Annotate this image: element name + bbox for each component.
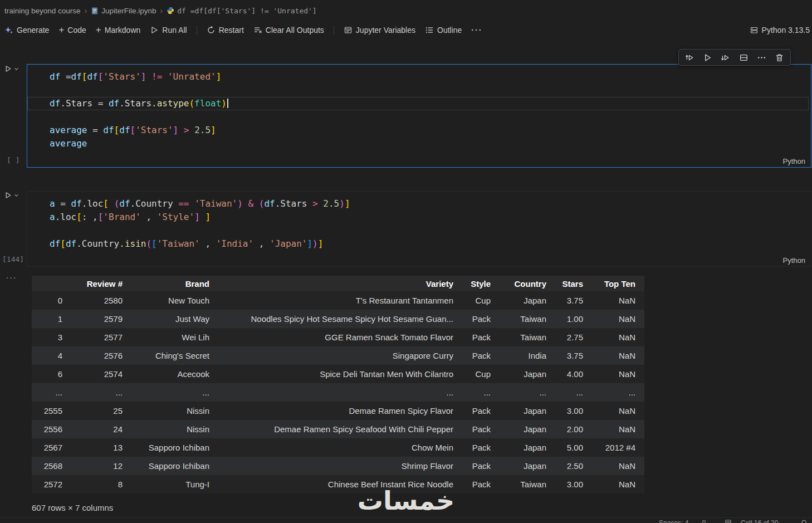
table-cell: 2567 xyxy=(32,438,68,457)
table-cell: Chow Mein xyxy=(215,438,459,457)
table-cell: 2579 xyxy=(68,310,128,328)
run-cell-button[interactable] xyxy=(4,65,19,73)
status-bar: Spaces: 4 {} Cell 16 of 20 xyxy=(0,517,812,523)
generate-button[interactable]: Generate xyxy=(4,26,49,35)
cell-language-picker[interactable]: Python xyxy=(783,256,805,265)
table-cell: 3.75 xyxy=(552,346,589,365)
table-cell: Singapore Curry xyxy=(215,346,459,365)
add-markdown-cell-button[interactable]: + Markdown xyxy=(96,26,141,35)
table-cell: 3.00 xyxy=(552,475,589,493)
more-actions-icon[interactable] xyxy=(756,52,767,63)
cell-toolbar xyxy=(678,49,791,66)
dataframe-summary: 607 rows × 7 columns xyxy=(32,503,113,512)
table-cell: ... xyxy=(496,383,552,402)
table-cell: ... xyxy=(32,383,68,402)
code-line: average = df[df['Stars'] > 2.5] xyxy=(27,124,809,137)
table-cell: Spice Deli Tantan Men With Cilantro xyxy=(215,365,459,383)
table-cell: NaN xyxy=(589,420,644,438)
code-cell-2[interactable]: a = df.loc[ (df.Country == 'Taiwan') & (… xyxy=(27,191,811,267)
delete-cell-icon[interactable] xyxy=(774,52,785,63)
run-cell-button[interactable] xyxy=(4,191,19,199)
table-cell: T's Restaurant Tantanmen xyxy=(215,291,459,310)
code-line: df =df[df['Stars'] != 'Unrated'] xyxy=(27,70,809,84)
table-cell: Pack xyxy=(459,475,496,493)
statusbar-indentation[interactable]: Spaces: 4 xyxy=(659,519,688,523)
table-cell: ... xyxy=(589,383,644,402)
table-cell: Japan xyxy=(496,420,552,438)
code-line: a = df.loc[ (df.Country == 'Taiwan') & (… xyxy=(27,197,809,211)
column-header: Top Ten xyxy=(589,276,644,291)
table-cell: NaN xyxy=(589,365,644,383)
table-cell: 3.00 xyxy=(552,402,589,420)
table-row: 42576Ching's SecretSingapore CurryPackIn… xyxy=(32,346,644,365)
chevron-down-icon xyxy=(13,192,19,198)
table-cell: 13 xyxy=(68,438,128,457)
table-cell: ... xyxy=(215,383,459,402)
kernel-picker[interactable]: Python 3.13.5 xyxy=(750,21,810,39)
table-cell: 2576 xyxy=(68,346,128,365)
table-cell: NaN xyxy=(589,475,644,493)
table-cell: 5.00 xyxy=(552,438,589,457)
table-row: 32577Wei LihGGE Ramen Snack Tomato Flavo… xyxy=(32,328,644,346)
table-cell: NaN xyxy=(589,457,644,475)
table-cell: Sapporo Ichiban xyxy=(128,438,215,457)
statusbar-cell-indicator[interactable]: Cell 16 of 20 xyxy=(741,519,778,523)
add-code-cell-button[interactable]: + Code xyxy=(58,26,86,35)
breadcrumb-cell-label: df =df[df['Stars'] != 'Unrated'] xyxy=(177,7,316,15)
code-line xyxy=(27,110,809,124)
output-more-actions[interactable]: ··· xyxy=(6,272,17,284)
jupyter-variables-button[interactable]: Jupyter Variables xyxy=(344,26,415,35)
column-header: Style xyxy=(459,276,496,291)
execute-cell-icon[interactable] xyxy=(702,52,713,63)
table-cell: 2574 xyxy=(68,365,128,383)
kernel-icon xyxy=(750,26,759,35)
table-cell: 2.75 xyxy=(552,328,589,346)
table-cell: 2555 xyxy=(32,402,68,420)
code-cell-1[interactable]: df =df[df['Stars'] != 'Unrated'] df.Star… xyxy=(27,64,811,168)
table-cell: 4 xyxy=(32,346,68,365)
code-line xyxy=(27,224,809,237)
table-cell: 3 xyxy=(32,328,68,346)
table-cell: 8 xyxy=(68,475,128,493)
run-all-button[interactable]: Run All xyxy=(150,26,187,35)
statusbar-layout-icon[interactable] xyxy=(725,519,732,523)
restart-button[interactable]: Restart xyxy=(207,26,244,35)
kernel-label: Python 3.13.5 xyxy=(762,26,810,35)
table-cell: NaN xyxy=(589,402,644,420)
table-cell: 3.75 xyxy=(552,291,589,310)
table-cell: 2568 xyxy=(32,457,68,475)
execute-below-icon[interactable] xyxy=(720,52,731,63)
table-cell: ... xyxy=(68,383,128,402)
breadcrumb-folder[interactable]: training beyond course xyxy=(4,7,81,15)
table-cell: Pack xyxy=(459,402,496,420)
variables-panel-icon xyxy=(344,26,353,35)
code-editor[interactable]: a = df.loc[ (df.Country == 'Taiwan') & (… xyxy=(27,197,809,252)
toolbar-more-button[interactable]: ··· xyxy=(471,26,482,35)
table-cell: Sapporo Ichiban xyxy=(128,457,215,475)
table-cell: 2556 xyxy=(32,420,68,438)
code-line: average xyxy=(27,137,809,150)
breadcrumb-cell[interactable]: df =df[df['Stars'] != 'Unrated'] xyxy=(167,7,316,15)
search-icon[interactable] xyxy=(801,519,808,523)
statusbar-language-mode[interactable]: {} xyxy=(702,519,706,523)
outline-button[interactable]: Outline xyxy=(425,26,462,35)
split-cell-icon[interactable] xyxy=(738,52,749,63)
text-cursor xyxy=(227,99,228,108)
table-cell: 2.00 xyxy=(552,420,589,438)
outline-icon xyxy=(425,26,434,35)
execute-above-icon[interactable] xyxy=(684,52,695,63)
table-cell: NaN xyxy=(589,310,644,328)
cell-language-picker[interactable]: Python xyxy=(783,157,805,165)
dataframe-head-row: Review #BrandVarietyStyleCountryStarsTop… xyxy=(32,276,644,291)
table-cell: 6 xyxy=(32,365,68,383)
table-cell: Taiwan xyxy=(496,310,552,328)
code-editor[interactable]: df =df[df['Stars'] != 'Unrated'] df.Star… xyxy=(27,70,809,153)
clear-all-outputs-button[interactable]: Clear All Outputs xyxy=(253,26,324,35)
breadcrumb-file[interactable]: JupiterFile.ipynb xyxy=(91,7,156,15)
table-cell: 2577 xyxy=(68,328,128,346)
chevron-right-icon: › xyxy=(85,6,87,15)
table-cell: ... xyxy=(128,383,215,402)
table-cell: Japan xyxy=(496,457,552,475)
table-row: 256812Sapporo IchibanShrimp FlavorPackJa… xyxy=(32,457,644,475)
table-cell: Tung-I xyxy=(128,475,215,493)
